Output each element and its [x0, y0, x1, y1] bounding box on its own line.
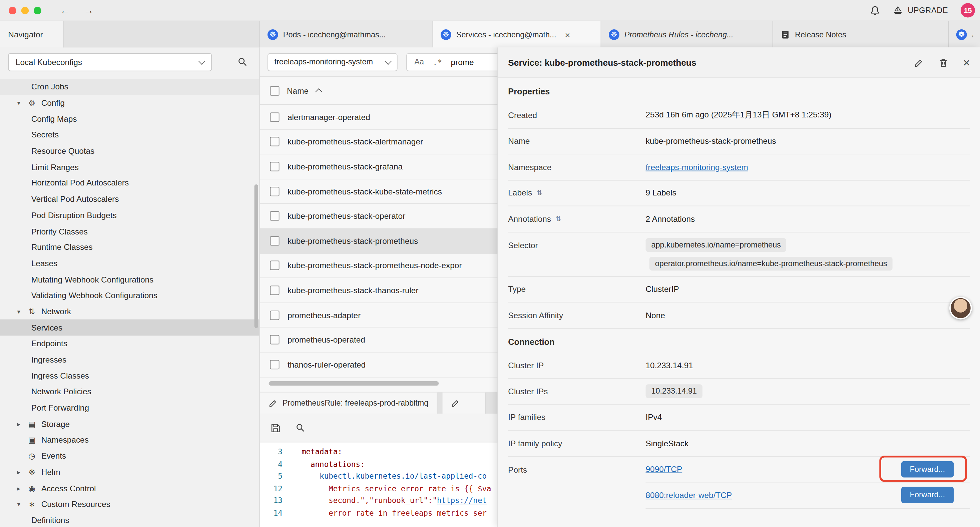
service-name: alertmanager-operated [288, 112, 370, 122]
regex-toggle[interactable]: .* [433, 57, 442, 66]
sidebar-item[interactable]: ▾ ⇅ Network [0, 304, 259, 320]
sort-ascending-icon[interactable] [315, 88, 322, 96]
forward-button[interactable]: Forward... [901, 487, 954, 503]
minimize-window-button[interactable] [21, 7, 29, 14]
annotations-count-value[interactable]: 2 Annotations [646, 214, 970, 223]
row-checkbox[interactable] [270, 335, 279, 345]
sidebar-item[interactable]: ▾ ∗ Custom Resources [0, 496, 259, 512]
port-link[interactable]: 9090/TCP [646, 465, 682, 474]
user-avatar[interactable] [949, 297, 972, 319]
sidebar-item[interactable]: Definitions [0, 512, 259, 527]
notifications-bell-icon[interactable] [870, 5, 880, 15]
sidebar-item[interactable]: Runtime Classes [0, 239, 259, 255]
sidebar-item[interactable]: Ingress Classes [0, 368, 259, 384]
tree-chevron-icon[interactable]: ▸ [15, 420, 22, 428]
dock-tab-partial[interactable] [442, 393, 486, 414]
namespace-link[interactable]: freeleaps-monitoring-system [646, 162, 748, 172]
sidebar-item[interactable]: Services [0, 320, 259, 336]
service-name: kube-prometheus-stack-prometheus [288, 236, 418, 245]
name-column-header[interactable]: Name [287, 86, 309, 96]
lens-app-window: ← → UPGRADE 15 Navigator ☸ Pods - iceche… [0, 0, 980, 527]
expand-toggle-icon[interactable]: ⇅ [555, 215, 561, 223]
row-checkbox[interactable] [270, 310, 279, 320]
tab-label: Release Notes [795, 30, 846, 39]
sidebar-item[interactable]: ▣ Namespaces [0, 432, 259, 448]
row-checkbox[interactable] [270, 261, 279, 270]
expand-toggle-icon[interactable]: ⇅ [536, 189, 542, 197]
close-tab-icon[interactable]: × [565, 30, 570, 39]
service-name: kube-prometheus-stack-prometheus-node-ex… [288, 261, 462, 270]
sidebar-item[interactable]: Config Maps [0, 111, 259, 127]
tree-chevron-icon[interactable]: ▾ [15, 99, 22, 107]
tab-prometheus-rules[interactable]: ☸ Prometheus Rules - icecheng... [601, 21, 773, 48]
service-name: prometheus-adapter [288, 310, 361, 320]
edit-pencil-icon[interactable] [914, 58, 924, 67]
back-arrow-icon[interactable]: ← [60, 5, 70, 15]
sidebar-item[interactable]: Horizontal Pod Autoscalers [0, 175, 259, 191]
kubernetes-icon: ☸ [609, 29, 619, 40]
sidebar-item-label: Services [31, 323, 62, 332]
sidebar-search-icon[interactable] [237, 57, 248, 67]
sidebar-item[interactable]: Vertical Pod Autoscalers [0, 191, 259, 207]
sidebar-item[interactable]: Pod Disruption Budgets [0, 207, 259, 223]
row-checkbox[interactable] [270, 186, 279, 196]
horizontal-scrollbar[interactable] [269, 381, 439, 385]
sidebar-item[interactable]: ▸ ◉ Access Control [0, 480, 259, 496]
sidebar-item[interactable]: Port Forwarding [0, 400, 259, 416]
close-window-button[interactable] [9, 7, 16, 14]
row-checkbox[interactable] [270, 137, 279, 146]
tab-argo[interactable]: ☸ Argo Se [949, 21, 980, 48]
sidebar-item-label: Network Policies [31, 387, 91, 396]
sidebar-item-label: Config Maps [31, 114, 77, 123]
sidebar-item[interactable]: Ingresses [0, 352, 259, 368]
sidebar-item[interactable]: ▸ ▤ Storage [0, 416, 259, 432]
tree-chevron-icon[interactable]: ▸ [15, 469, 22, 476]
tree-chevron-icon[interactable]: ▸ [15, 485, 22, 492]
sidebar-item[interactable]: Cron Jobs [0, 79, 259, 95]
row-checkbox[interactable] [270, 112, 279, 122]
sidebar-item[interactable]: Resource Quotas [0, 143, 259, 159]
editor-search-icon[interactable] [296, 423, 305, 432]
notification-count-badge[interactable]: 15 [961, 3, 975, 18]
labels-count-value[interactable]: 9 Labels [646, 188, 970, 197]
save-icon[interactable] [270, 423, 280, 433]
tab-release-notes[interactable]: Release Notes [773, 21, 949, 48]
tree-chevron-icon[interactable]: ▾ [15, 308, 22, 315]
detail-row-cluster-ip: Cluster IP 10.233.14.91 [508, 353, 970, 379]
sidebar-item[interactable]: ▸ ☸ Helm [0, 464, 259, 480]
tab-services[interactable]: ☸ Services - icecheng@math... × [433, 21, 601, 48]
close-panel-icon[interactable]: × [963, 57, 970, 69]
sidebar-item[interactable]: Mutating Webhook Configurations [0, 272, 259, 288]
code-segment: annotations: [293, 458, 365, 471]
maximize-window-button[interactable] [34, 7, 41, 14]
forward-button[interactable]: Forward... [901, 461, 954, 477]
sidebar-item[interactable]: Secrets [0, 127, 259, 143]
kubeconfig-dropdown[interactable]: Local Kubeconfigs [8, 53, 212, 71]
port-link[interactable]: 8080:reloader-web/TCP [646, 490, 732, 500]
sidebar-item[interactable]: Priority Classes [0, 223, 259, 239]
row-checkbox[interactable] [270, 285, 279, 295]
tab-pods[interactable]: ☸ Pods - icecheng@mathmas... [260, 21, 433, 48]
forward-arrow-icon[interactable]: → [84, 5, 94, 15]
sidebar-item[interactable]: Endpoints [0, 336, 259, 352]
sidebar-item[interactable]: ▾ ⚙ Config [0, 95, 259, 111]
sidebar-item[interactable]: ◷ Events [0, 448, 259, 464]
upgrade-button[interactable]: UPGRADE [892, 6, 948, 15]
namespace-dropdown-value: freeleaps-monitoring-system [275, 57, 373, 66]
dock-tab-prometheusrule[interactable]: PrometheusRule: freeleaps-prod-rabbitmq [260, 393, 438, 414]
sidebar-item[interactable]: Network Policies [0, 384, 259, 400]
sidebar-item[interactable]: Leases [0, 255, 259, 272]
line-number: 5 [260, 471, 292, 483]
row-checkbox[interactable] [270, 162, 279, 171]
sidebar-item[interactable]: Limit Ranges [0, 159, 259, 175]
match-case-toggle[interactable]: Aa [414, 57, 424, 66]
select-all-checkbox[interactable] [270, 86, 279, 96]
row-checkbox[interactable] [270, 212, 279, 221]
sidebar-item[interactable]: Validating Webhook Configurations [0, 288, 259, 304]
tree-chevron-icon[interactable]: ▾ [15, 501, 22, 508]
row-checkbox[interactable] [270, 360, 279, 369]
row-checkbox[interactable] [270, 236, 279, 245]
namespace-dropdown[interactable]: freeleaps-monitoring-system [267, 53, 398, 71]
sidebar-scrollbar[interactable] [255, 185, 258, 328]
delete-trash-icon[interactable] [939, 58, 948, 67]
